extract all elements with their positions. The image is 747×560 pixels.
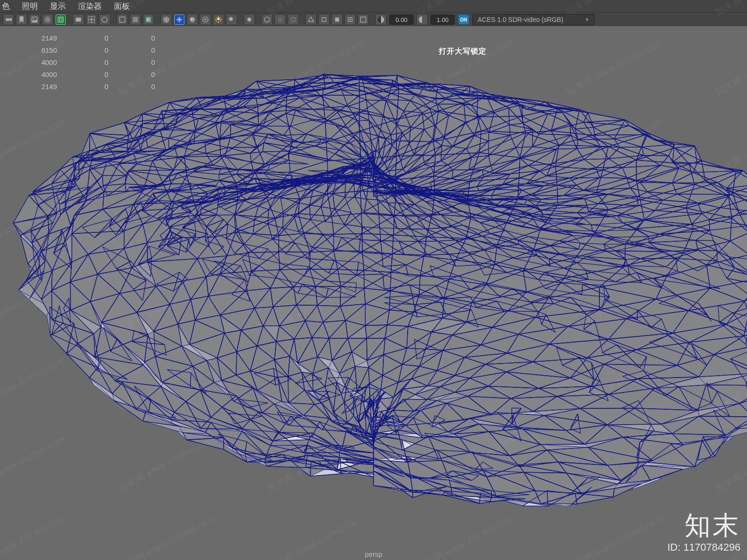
use-all-lights-button[interactable] <box>200 14 211 25</box>
image-plane-button[interactable] <box>29 14 40 25</box>
isolate-select-button[interactable] <box>244 14 255 25</box>
svg-point-7 <box>102 17 107 22</box>
stats-row: 400000 <box>15 56 155 68</box>
svg-rect-4 <box>59 18 62 21</box>
stats-row: 615000 <box>15 44 155 56</box>
bookmark-button[interactable] <box>16 14 27 25</box>
svg-text:T: T <box>147 17 149 22</box>
svg-point-18 <box>217 18 220 21</box>
motion-blur-button[interactable] <box>331 14 343 25</box>
svg-point-15 <box>191 18 193 20</box>
svg-rect-9 <box>133 17 138 22</box>
menu-lighting[interactable]: 照明 <box>22 1 38 12</box>
xray-button[interactable] <box>261 14 273 25</box>
brand-overlay: 知末 ID: 1170784296 <box>667 512 740 553</box>
view-transform-label: ACES 1.0 SDR-video (sRGB) <box>478 16 564 23</box>
panel-menu-bar[interactable]: 色 照明 显示 渲染器 面板 <box>0 0 747 12</box>
textured-button[interactable]: T <box>143 14 154 25</box>
svg-point-17 <box>204 19 206 21</box>
camera-label: persp <box>365 550 382 558</box>
svg-rect-25 <box>322 18 326 21</box>
viewport-persp[interactable]: persp <box>0 26 747 560</box>
exposure-field[interactable]: 0.00 <box>389 14 414 25</box>
stats-row: 400000 <box>15 68 155 80</box>
depth-of-field-button[interactable] <box>358 14 369 25</box>
select-camera-button[interactable] <box>3 14 14 25</box>
lights-button[interactable] <box>213 14 224 25</box>
brand-name: 知末 <box>667 512 740 539</box>
stats-row: 214900 <box>15 80 155 92</box>
wireframe-icon[interactable] <box>161 14 172 25</box>
textured-shaded-button[interactable] <box>187 14 198 25</box>
menu-shading[interactable]: 色 <box>2 1 10 12</box>
svg-point-2 <box>33 18 35 20</box>
svg-point-22 <box>264 17 269 22</box>
svg-point-23 <box>277 17 282 22</box>
svg-rect-5 <box>76 18 81 21</box>
svg-rect-29 <box>360 17 366 22</box>
svg-point-21 <box>247 18 251 21</box>
shadows-button[interactable] <box>226 14 237 25</box>
heads-up-display-stats: 214900 615000 400000 400000 214900 <box>15 32 155 92</box>
gate-mask-button[interactable] <box>73 14 84 25</box>
svg-rect-26 <box>335 18 339 21</box>
xray-active-button[interactable] <box>288 14 299 25</box>
safe-action-button[interactable] <box>99 14 110 25</box>
xray-joints-button[interactable] <box>275 14 286 25</box>
wireframe-on-shaded-button[interactable] <box>174 14 185 25</box>
default-material-button[interactable] <box>305 14 317 25</box>
chevron-down-icon: ▼ <box>585 17 590 22</box>
menu-show[interactable]: 显示 <box>50 1 66 12</box>
svg-rect-0 <box>6 18 9 21</box>
menu-renderer[interactable]: 渲染器 <box>78 1 102 12</box>
svg-rect-8 <box>120 17 125 22</box>
film-gate-button[interactable] <box>55 14 66 25</box>
screen-space-ao-button[interactable] <box>318 14 330 25</box>
gamma-icon[interactable] <box>416 14 428 25</box>
svg-point-20 <box>230 21 234 22</box>
svg-point-19 <box>229 17 233 21</box>
caps-lock-warning: 打开大写锁定 <box>439 47 486 56</box>
panel-toolbar: T 0.00 1.00 ON ACES 1.0 SDR-video (sRGB)… <box>0 12 747 27</box>
menu-panels[interactable]: 面板 <box>114 1 130 12</box>
wireframe-shading-button[interactable] <box>117 14 128 25</box>
viewport-canvas[interactable] <box>0 26 747 560</box>
svg-rect-24 <box>291 18 295 21</box>
stats-row: 214900 <box>15 32 155 44</box>
grid-button[interactable] <box>42 14 53 25</box>
exposure-icon[interactable] <box>375 14 387 25</box>
smooth-shade-button[interactable] <box>130 14 141 25</box>
svg-rect-3 <box>58 17 63 22</box>
multisample-aa-button[interactable] <box>345 14 356 25</box>
brand-id: ID: 1170784296 <box>667 541 740 553</box>
field-chart-button[interactable] <box>86 14 97 25</box>
view-transform-dropdown[interactable]: ACES 1.0 SDR-video (sRGB) ▼ <box>472 14 595 25</box>
gamma-field[interactable]: 1.00 <box>430 14 455 25</box>
svg-rect-28 <box>350 19 351 21</box>
color-management-toggle[interactable]: ON <box>458 15 469 24</box>
